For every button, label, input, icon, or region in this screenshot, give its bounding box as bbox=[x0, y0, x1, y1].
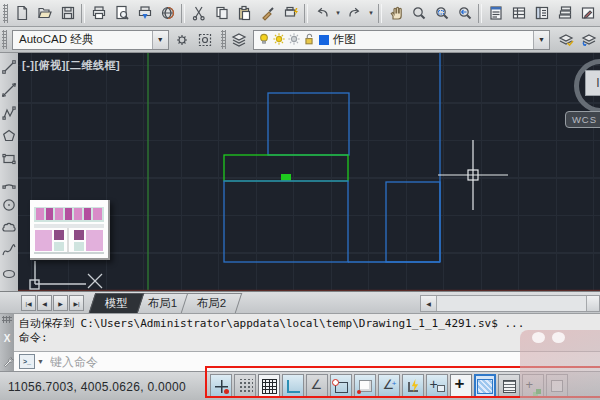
tab-布局2[interactable]: 布局2 bbox=[181, 293, 243, 313]
scrollbar-end-button[interactable] bbox=[586, 296, 599, 311]
undo-icon[interactable] bbox=[310, 1, 333, 25]
command-window-handle[interactable]: X bbox=[0, 314, 14, 371]
markup-icon[interactable] bbox=[576, 1, 599, 25]
selection-cycling-toggle[interactable] bbox=[522, 374, 544, 398]
dynamic-ucs-toggle[interactable] bbox=[402, 374, 424, 398]
tab-nav-button-3[interactable]: ▶| bbox=[69, 295, 84, 311]
plot-blue-icon[interactable] bbox=[133, 1, 156, 25]
sun-icon[interactable] bbox=[272, 32, 286, 48]
dropdown-arrow-icon[interactable]: ▾ bbox=[333, 2, 343, 24]
ellipse-icon[interactable] bbox=[0, 262, 19, 285]
annotation-toggle[interactable] bbox=[546, 374, 568, 398]
dropdown-arrow-icon[interactable]: ▾ bbox=[366, 2, 376, 24]
layer-previous-icon[interactable] bbox=[577, 28, 600, 52]
toolbar-grip[interactable] bbox=[2, 30, 7, 49]
line-icon[interactable] bbox=[0, 55, 19, 78]
object-snap-tracking-icon bbox=[382, 379, 397, 394]
revision-cloud-icon[interactable] bbox=[0, 216, 19, 239]
toolbar-grip[interactable] bbox=[221, 30, 226, 49]
layer-name: 作图 bbox=[329, 32, 356, 47]
copy-icon[interactable] bbox=[210, 1, 233, 25]
command-input[interactable] bbox=[48, 354, 600, 370]
wrench-icon[interactable] bbox=[1, 354, 14, 369]
workspace-dropdown[interactable]: AutoCAD 经典 ▼ bbox=[12, 30, 169, 50]
command-history[interactable]: 自动保存到 C:\Users\Administrator\appdata\loc… bbox=[19, 317, 598, 350]
layer-state-icons bbox=[254, 32, 329, 48]
polygon-icon[interactable] bbox=[0, 124, 19, 147]
open-icon[interactable] bbox=[33, 1, 56, 25]
toolbar-separator bbox=[181, 4, 185, 23]
new-icon[interactable] bbox=[10, 1, 33, 25]
preview-icon[interactable] bbox=[110, 1, 133, 25]
tab-nav-button-1[interactable]: ◀ bbox=[37, 295, 52, 311]
3d-object-snap-toggle[interactable] bbox=[354, 374, 376, 398]
zoom-window-icon[interactable] bbox=[430, 1, 453, 25]
batch-plot-icon[interactable] bbox=[279, 1, 302, 25]
tab-nav-button-2[interactable]: ▶ bbox=[53, 295, 68, 311]
save-icon[interactable] bbox=[56, 1, 79, 25]
design-center-icon[interactable] bbox=[507, 1, 530, 25]
close-icon[interactable]: X bbox=[0, 331, 14, 346]
viewport-controls-label[interactable]: [-][俯视][二维线框] bbox=[22, 58, 120, 73]
annotation-icon bbox=[551, 380, 563, 392]
drag-grip-icon[interactable] bbox=[2, 316, 12, 323]
match-properties-icon[interactable] bbox=[256, 1, 279, 25]
redo-icon[interactable] bbox=[343, 1, 366, 25]
coordinate-readout[interactable]: 11056.7003, 4005.0626, 0.0000 bbox=[8, 380, 186, 394]
drawing-canvas[interactable]: [-][俯视][二维线框] I bbox=[18, 53, 600, 291]
properties-icon[interactable] bbox=[484, 1, 507, 25]
rectangle-icon[interactable] bbox=[0, 147, 19, 170]
arc-icon[interactable] bbox=[0, 170, 19, 193]
grid-lines-toggle[interactable] bbox=[258, 374, 280, 398]
lineweight-toggle[interactable] bbox=[450, 374, 472, 398]
polar-tracking-toggle[interactable] bbox=[306, 374, 328, 398]
layer-dropdown[interactable]: 作图 ▼ bbox=[253, 30, 550, 50]
scrollbar-track[interactable] bbox=[437, 296, 586, 311]
workspace-settings-icon[interactable] bbox=[194, 28, 217, 52]
lock-icon[interactable] bbox=[302, 32, 316, 48]
object-snap-icon bbox=[335, 382, 348, 393]
layout-tab-bar: |◀◀▶▶| 模型布局1布局2 ◀ bbox=[0, 291, 600, 313]
quick-properties-toggle[interactable] bbox=[498, 374, 520, 398]
tool-palettes-icon[interactable] bbox=[530, 1, 553, 25]
command-prompt-icon[interactable]: >_ bbox=[19, 354, 35, 369]
snap-mode-toggle[interactable] bbox=[210, 374, 232, 398]
gear-icon[interactable] bbox=[171, 28, 194, 52]
object-snap-tracking-toggle[interactable] bbox=[378, 374, 400, 398]
viewcube-face[interactable]: I bbox=[585, 70, 600, 96]
tab-nav-button-0[interactable]: |◀ bbox=[21, 295, 36, 311]
toolbar-separator bbox=[81, 4, 85, 23]
zoom-previous-icon[interactable] bbox=[453, 1, 476, 25]
layer-make-current-icon[interactable] bbox=[554, 28, 577, 52]
horizontal-scrollbar[interactable]: ◀ bbox=[420, 295, 600, 312]
command-window: X 自动保存到 C:\Users\Administrator\appdata\l… bbox=[0, 313, 600, 371]
layer-properties-icon[interactable] bbox=[228, 28, 251, 52]
print-icon[interactable] bbox=[87, 1, 110, 25]
sun-viewport-icon[interactable] bbox=[287, 32, 301, 48]
publish-globe-icon[interactable] bbox=[156, 1, 179, 25]
paste-icon[interactable] bbox=[233, 1, 256, 25]
chevron-down-icon[interactable]: ▼ bbox=[533, 31, 549, 49]
cut-icon[interactable] bbox=[187, 1, 210, 25]
wcs-badge[interactable]: WCS bbox=[565, 111, 600, 128]
chevron-down-icon[interactable]: ▼ bbox=[152, 31, 168, 49]
sheet-set-icon[interactable] bbox=[553, 1, 576, 25]
scroll-left-button[interactable]: ◀ bbox=[421, 296, 437, 311]
bulb-icon[interactable] bbox=[257, 32, 271, 48]
toolbar-grip[interactable] bbox=[3, 4, 8, 23]
layer-color-swatch[interactable] bbox=[319, 35, 329, 45]
circle-icon[interactable] bbox=[0, 193, 19, 216]
spline-icon[interactable] bbox=[0, 239, 19, 262]
transparency-toggle[interactable] bbox=[474, 374, 496, 398]
chevron-down-icon[interactable]: ▼ bbox=[37, 358, 44, 365]
polyline-icon[interactable] bbox=[0, 101, 19, 124]
dynamic-input-toggle[interactable] bbox=[426, 374, 448, 398]
object-snap-toggle[interactable] bbox=[330, 374, 352, 398]
zoom-realtime-icon[interactable] bbox=[407, 1, 430, 25]
grid-display-toggle[interactable] bbox=[234, 374, 256, 398]
pan-icon[interactable] bbox=[384, 1, 407, 25]
ortho-mode-toggle[interactable] bbox=[282, 374, 304, 398]
tab-模型[interactable]: 模型 bbox=[89, 293, 144, 313]
construction-line-icon[interactable] bbox=[0, 78, 19, 101]
toolbar-separator bbox=[304, 4, 308, 23]
